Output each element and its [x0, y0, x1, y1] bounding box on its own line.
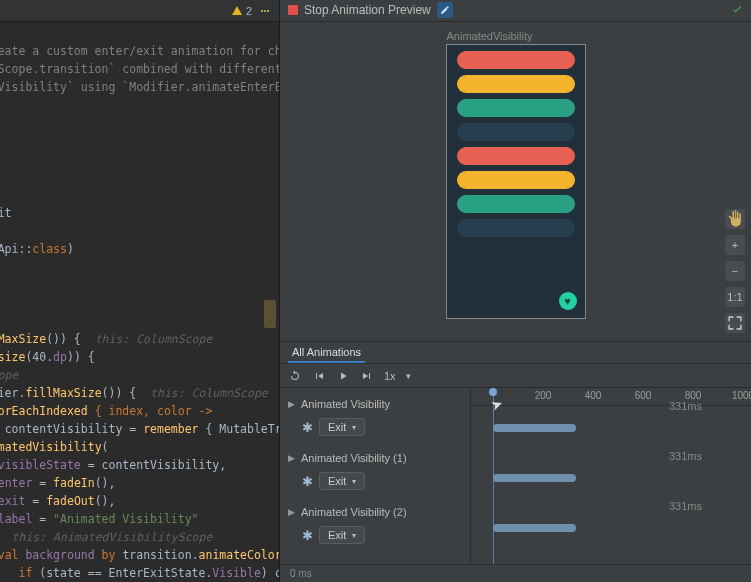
code-editor-pane: 2 o create a custom enter/exit animation… [0, 0, 280, 582]
zoom-in-button[interactable]: + [725, 235, 745, 255]
stop-icon[interactable] [288, 5, 298, 15]
track-header[interactable]: ▶ Animated Visibility (1) [288, 452, 462, 464]
preview-bar [457, 99, 575, 117]
track-header[interactable]: ▶ Animated Visibility [288, 398, 462, 410]
time-position-label: 0 ms [290, 568, 312, 579]
state-select[interactable]: Exit▾ [319, 526, 365, 544]
transport-bar: 1x▾ [280, 364, 751, 388]
freeze-icon[interactable]: ✱ [302, 420, 313, 435]
timeline-ruler[interactable]: 200 400 600 800 1000 [471, 388, 751, 406]
fab-heart: ♥ [559, 292, 577, 310]
chevron-right-icon: ▶ [288, 507, 295, 517]
timeline-footer: 0 ms [280, 564, 751, 582]
preview-tools: + − 1:1 [725, 209, 745, 333]
duration-label: 331ms [669, 450, 702, 462]
timeline[interactable]: 200 400 600 800 1000 ➤ 331ms 331ms 331ms [470, 388, 751, 564]
chevron-right-icon: ▶ [288, 453, 295, 463]
animation-bar[interactable] [493, 424, 576, 432]
wavy-line-icon [261, 10, 269, 12]
chevron-right-icon: ▶ [288, 399, 295, 409]
code-text[interactable]: o create a custom enter/exit animation f… [0, 24, 280, 582]
step-back-button[interactable] [312, 369, 326, 383]
animation-tabs: All Animations [280, 342, 751, 364]
tick-label: 600 [635, 390, 652, 401]
device-label: AnimatedVisibility [447, 30, 533, 42]
preview-title[interactable]: Stop Animation Preview [304, 3, 431, 17]
step-forward-button[interactable] [360, 369, 374, 383]
preview-bar [457, 195, 575, 213]
device-frame: AnimatedVisibility ♥ [446, 44, 586, 319]
tick-label: 200 [535, 390, 552, 401]
preview-bar [457, 75, 575, 93]
tab-all-animations[interactable]: All Animations [288, 342, 365, 363]
preview-bar [457, 219, 575, 237]
state-select[interactable]: Exit▾ [319, 472, 365, 490]
warning-icon [232, 6, 242, 15]
preview-bar [457, 123, 575, 141]
animation-bar[interactable] [493, 474, 576, 482]
track-header[interactable]: ▶ Animated Visibility (2) [288, 506, 462, 518]
chevron-down-icon: ▾ [406, 371, 411, 381]
play-button[interactable] [336, 369, 350, 383]
tick-label: 1000 [732, 390, 751, 401]
animation-bar[interactable] [493, 524, 576, 532]
tick-label: 400 [585, 390, 602, 401]
speed-label[interactable]: 1x [384, 370, 396, 382]
status-ok-icon [731, 3, 743, 18]
chevron-down-icon: ▾ [352, 423, 356, 432]
pencil-icon [440, 5, 450, 15]
preview-canvas[interactable]: AnimatedVisibility ♥ + − 1:1 [280, 22, 751, 341]
state-select[interactable]: Exit▾ [319, 418, 365, 436]
preview-pane: Stop Animation Preview AnimatedVisibilit… [280, 0, 751, 582]
preview-bar [457, 51, 575, 69]
chevron-down-icon: ▾ [352, 477, 356, 486]
duration-label: 331ms [669, 500, 702, 512]
warning-count: 2 [246, 5, 252, 17]
freeze-icon[interactable]: ✱ [302, 474, 313, 489]
editor-status-bar: 2 [0, 0, 279, 22]
preview-bar [457, 171, 575, 189]
track-list: ▶ Animated Visibility ✱ Exit▾ ▶ Animated… [280, 388, 470, 564]
fit-icon [725, 313, 745, 333]
preview-header: Stop Animation Preview [280, 0, 751, 22]
preview-bar [457, 147, 575, 165]
animation-inspector: All Animations 1x▾ ▶ Animated Visibility… [280, 341, 751, 582]
hand-icon [725, 209, 745, 229]
loop-button[interactable] [288, 369, 302, 383]
zoom-fit-button[interactable] [725, 313, 745, 333]
pan-tool-button[interactable] [725, 209, 745, 229]
tracks-area: ▶ Animated Visibility ✱ Exit▾ ▶ Animated… [280, 388, 751, 564]
zoom-1-1-button[interactable]: 1:1 [725, 287, 745, 307]
zoom-out-button[interactable]: − [725, 261, 745, 281]
chevron-down-icon: ▾ [352, 531, 356, 540]
edit-button[interactable] [437, 2, 453, 18]
freeze-icon[interactable]: ✱ [302, 528, 313, 543]
duration-label: 331ms [669, 400, 702, 412]
